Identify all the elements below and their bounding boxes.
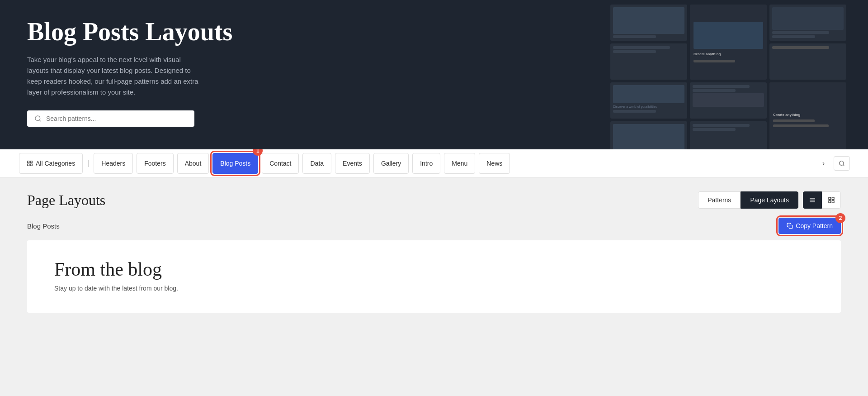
nav-divider: | xyxy=(87,159,89,167)
svg-rect-4 xyxy=(28,164,29,166)
thumb-7 xyxy=(690,82,767,119)
thumb-4 xyxy=(610,43,687,80)
search-box xyxy=(27,110,194,127)
svg-point-6 xyxy=(840,161,844,165)
category-nav: All Categories | Headers Footers About B… xyxy=(0,149,868,178)
tab-patterns[interactable]: Patterns xyxy=(698,191,741,209)
cat-all-categories[interactable]: All Categories xyxy=(19,153,83,174)
page-layouts-title: Page Layouts xyxy=(27,192,105,209)
cat-headers[interactable]: Headers xyxy=(94,153,133,174)
category-nav-inner: All Categories | Headers Footers About B… xyxy=(18,149,813,177)
cat-news-label: News xyxy=(486,160,502,167)
nav-search-button[interactable] xyxy=(834,156,850,171)
svg-rect-8 xyxy=(810,198,815,198)
hero-content: Blog Posts Layouts Take your blog's appe… xyxy=(27,18,232,127)
section-label-row: Blog Posts Copy Pattern 2 xyxy=(27,218,841,234)
svg-rect-2 xyxy=(28,161,29,163)
search-input[interactable] xyxy=(46,115,187,122)
svg-line-1 xyxy=(39,120,41,121)
grid-icon xyxy=(27,160,33,167)
svg-point-0 xyxy=(35,116,40,121)
cat-intro-label: Intro xyxy=(420,160,433,167)
svg-rect-10 xyxy=(810,201,815,202)
main-content: Page Layouts Patterns Page Layouts xyxy=(0,178,868,359)
tab-patterns-label: Patterns xyxy=(708,196,731,204)
copy-pattern-button[interactable]: Copy Pattern xyxy=(778,218,841,234)
cat-footers[interactable]: Footers xyxy=(137,153,173,174)
thumb-create-anything: Create anything xyxy=(690,5,767,80)
cat-footers-label: Footers xyxy=(144,160,165,167)
svg-rect-13 xyxy=(829,200,831,203)
thumb-5 xyxy=(769,43,846,80)
hero-previews: Create anything Discover a world of poss… xyxy=(606,0,868,149)
cat-contact[interactable]: Contact xyxy=(262,153,299,174)
blog-posts-badge: 1 xyxy=(253,149,263,156)
cat-all-categories-label: All Categories xyxy=(36,160,75,167)
grid-view-icon xyxy=(828,196,835,204)
nav-arrow-right[interactable]: › xyxy=(817,155,830,172)
content-header: Page Layouts Patterns Page Layouts xyxy=(27,191,841,209)
thumb-6: Discover a world of possibilities xyxy=(610,82,687,119)
thumb-create-anything-2: Create anything xyxy=(769,82,846,149)
svg-rect-12 xyxy=(832,197,834,200)
thumb-8 xyxy=(610,121,687,149)
search-icon xyxy=(34,115,42,122)
cat-gallery[interactable]: Gallery xyxy=(373,153,409,174)
copy-pattern-label: Copy Pattern xyxy=(796,222,833,229)
icon-toggle-group xyxy=(803,191,841,209)
svg-rect-9 xyxy=(810,200,815,200)
cat-data[interactable]: Data xyxy=(302,153,331,174)
tab-page-layouts-label: Page Layouts xyxy=(750,196,789,204)
cat-intro[interactable]: Intro xyxy=(412,153,440,174)
cat-blog-posts-label: Blog Posts xyxy=(220,160,250,167)
section-label-text: Blog Posts xyxy=(27,222,60,230)
preview-card: From the blog Stay up to date with the l… xyxy=(27,240,841,313)
cat-events-label: Events xyxy=(343,160,362,167)
hero-title: Blog Posts Layouts xyxy=(27,18,232,46)
preview-card-desc: Stay up to date with the latest from our… xyxy=(54,285,814,292)
cat-blog-posts[interactable]: Blog Posts xyxy=(212,153,258,174)
view-toggle-group: Patterns Page Layouts xyxy=(698,191,798,209)
thumb-1 xyxy=(610,5,687,41)
cat-menu[interactable]: Menu xyxy=(444,153,475,174)
cat-headers-label: Headers xyxy=(101,160,125,167)
create-anything-label: Create anything xyxy=(693,52,763,56)
svg-rect-5 xyxy=(30,164,32,166)
hero-description: Take your blog's appeal to the next leve… xyxy=(27,54,199,98)
cat-contact-label: Contact xyxy=(269,160,291,167)
cat-news[interactable]: News xyxy=(479,153,510,174)
cat-about-label: About xyxy=(185,160,202,167)
thumb-2 xyxy=(769,5,846,41)
cat-blog-posts-wrapper: Blog Posts 1 xyxy=(212,149,259,177)
cat-events[interactable]: Events xyxy=(335,153,370,174)
cat-data-label: Data xyxy=(310,160,324,167)
grid-view-button[interactable] xyxy=(822,191,841,209)
copy-icon xyxy=(787,223,793,229)
svg-rect-11 xyxy=(829,197,831,200)
copy-pattern-badge: 2 xyxy=(835,213,845,223)
cat-menu-label: Menu xyxy=(452,160,467,167)
preview-card-title: From the blog xyxy=(54,258,814,280)
cat-about[interactable]: About xyxy=(177,153,209,174)
thumb-9 xyxy=(690,121,767,149)
list-view-button[interactable] xyxy=(803,191,822,209)
svg-rect-3 xyxy=(30,161,32,163)
cat-gallery-label: Gallery xyxy=(381,160,401,167)
list-view-icon xyxy=(809,196,816,204)
svg-line-7 xyxy=(843,165,844,166)
hero-section: Blog Posts Layouts Take your blog's appe… xyxy=(0,0,868,149)
svg-rect-14 xyxy=(832,200,834,203)
tab-page-layouts[interactable]: Page Layouts xyxy=(741,191,798,209)
nav-search-icon xyxy=(839,160,845,167)
svg-rect-15 xyxy=(789,225,793,229)
